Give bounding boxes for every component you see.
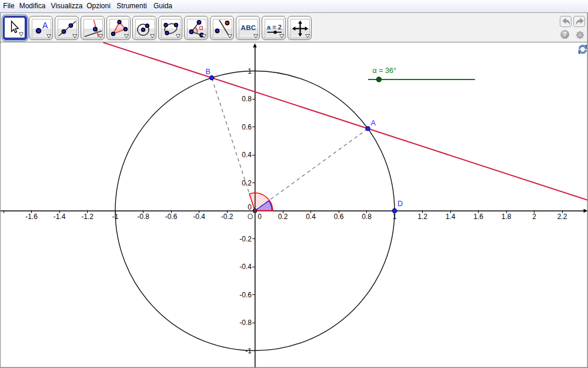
- svg-text:2.2: 2.2: [557, 213, 567, 221]
- svg-text:1.2: 1.2: [417, 213, 427, 221]
- svg-text:-1.4: -1.4: [54, 213, 66, 221]
- svg-text:1.4: 1.4: [446, 213, 456, 221]
- svg-text:-1.6: -1.6: [25, 213, 38, 221]
- svg-text:-1.2: -1.2: [81, 213, 93, 221]
- svg-text:0: 0: [248, 203, 252, 211]
- svg-text:0.4: 0.4: [306, 213, 316, 221]
- svg-text:-0.2: -0.2: [239, 235, 252, 243]
- svg-text:-0.8: -0.8: [137, 213, 149, 221]
- svg-text:a = 2: a = 2: [267, 24, 282, 31]
- svg-text:α = 36°: α = 36°: [373, 67, 396, 75]
- svg-text:D: D: [397, 200, 403, 208]
- svg-text:0.4: 0.4: [242, 151, 252, 159]
- svg-text:A: A: [42, 21, 48, 30]
- svg-text:2: 2: [532, 213, 536, 221]
- svg-text:B: B: [206, 68, 211, 76]
- svg-text:1.6: 1.6: [473, 213, 483, 221]
- svg-text:O: O: [248, 213, 253, 221]
- svg-text:0: 0: [258, 213, 262, 221]
- svg-text:0.8: 0.8: [242, 95, 252, 103]
- svg-text:0.2: 0.2: [278, 213, 288, 221]
- svg-text:0.8: 0.8: [362, 213, 372, 221]
- svg-text:A: A: [370, 119, 376, 127]
- svg-text:-0.6: -0.6: [165, 213, 178, 221]
- svg-text:0.6: 0.6: [242, 123, 252, 131]
- svg-text:1.8: 1.8: [502, 213, 512, 221]
- svg-text:-0.4: -0.4: [193, 213, 205, 221]
- svg-text:-0.2: -0.2: [221, 213, 233, 221]
- svg-text:ABC: ABC: [241, 24, 256, 31]
- svg-text:-0.4: -0.4: [239, 263, 252, 271]
- svg-text:0.6: 0.6: [334, 213, 344, 221]
- svg-text:-0.8: -0.8: [239, 319, 252, 327]
- svg-text:-0.6: -0.6: [239, 291, 252, 299]
